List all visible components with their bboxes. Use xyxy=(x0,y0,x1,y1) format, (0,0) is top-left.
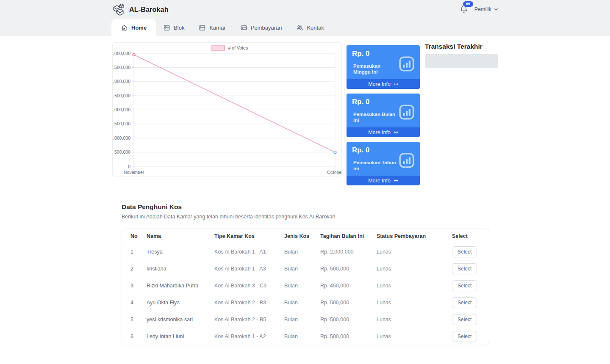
table-header-row: NoNamaTipe Kamar KosJenis KosTagihan Bul… xyxy=(122,229,489,243)
transactions-placeholder xyxy=(425,54,498,68)
cell-tipe-kamar: Kos Al Barokah 1 - A3 xyxy=(214,260,284,277)
select-button[interactable]: Select xyxy=(452,331,477,342)
select-button[interactable]: Select xyxy=(452,314,477,325)
stat-card: Rp. 0 Pemasukan Minggu ini More Info ↦ xyxy=(347,45,420,89)
svg-text:November: November xyxy=(124,170,144,175)
cell-nama: Rizki Mahardika Putra xyxy=(147,277,214,294)
cell-tipe-kamar: Kos Al Barokah 3 - C3 xyxy=(214,277,284,294)
table-row: 6 Ledy Intan Liuni Kos Al Barokah 1 - A2… xyxy=(122,328,489,345)
select-button[interactable]: Select xyxy=(452,263,477,274)
tab-label: Home xyxy=(131,25,147,31)
tab-kamar[interactable]: Kamar xyxy=(191,19,233,36)
stat-card: Rp. 0 Pemasukan Tahun ini More Info ↦ xyxy=(347,142,420,185)
stat-amount: Rp. 0 xyxy=(352,98,370,106)
more-info-button[interactable]: More Info ↦ xyxy=(347,127,420,137)
topbar: AL-Barokah 69 Pemilik HomeBlokKamarPemba… xyxy=(0,0,610,36)
penghuni-table-card: NoNamaTipe Kamar KosJenis KosTagihan Bul… xyxy=(122,229,489,345)
cell-tipe-kamar: Kos Al Barokah 2 - B3 xyxy=(214,294,284,311)
cell-tipe-kamar: Kos Al Barokah 1 - A1 xyxy=(214,243,284,261)
section-subtitle: Berikut ini Adalah Data Kamar yang telah… xyxy=(122,214,337,220)
tab-label: Pembayaran xyxy=(251,25,282,31)
cell-jenis-kos: Bulan xyxy=(284,243,320,261)
cell-nama: Tresya xyxy=(147,243,214,261)
stat-card-body: Rp. 0 Pemasukan Minggu ini xyxy=(347,45,420,79)
cell-no: 6 xyxy=(122,328,147,345)
cell-jenis-kos: Bulan xyxy=(284,328,320,345)
arrow-from-bar-icon: ↦ xyxy=(394,178,398,183)
stat-label: Pemasukan Minggu ini xyxy=(353,63,397,75)
tab-label: Kontak xyxy=(307,25,324,31)
tab-pembayaran[interactable]: Pembayaran xyxy=(233,19,289,36)
more-info-button[interactable]: More Info ↦ xyxy=(347,79,420,89)
cell-no: 4 xyxy=(122,294,147,311)
cell-nama: Ayu Okta Fiya xyxy=(147,294,214,311)
cell-status: Lunas xyxy=(377,311,452,328)
notifications-button[interactable]: 69 xyxy=(459,4,469,14)
cell-tagihan: Rp. 450,000 xyxy=(320,277,377,294)
tab-blok[interactable]: Blok xyxy=(156,19,191,36)
svg-text:4,000,000: 4,000,000 xyxy=(113,51,130,56)
more-info-label: More Info xyxy=(368,130,391,135)
credit-card-icon xyxy=(240,24,247,31)
select-button[interactable]: Select xyxy=(452,297,477,308)
stat-amount: Rp. 0 xyxy=(352,50,370,58)
cell-status: Lunas xyxy=(377,260,452,277)
cell-tipe-kamar: Kos Al Barokah 1 - A2 xyxy=(214,328,284,345)
user-name: Pemilik xyxy=(474,6,491,12)
transactions-panel: Transaksi Terakhir xyxy=(425,43,498,68)
svg-text:# of Votes: # of Votes xyxy=(228,45,248,50)
svg-text:500,000: 500,000 xyxy=(114,149,130,154)
user-dropdown[interactable]: Pemilik xyxy=(474,6,498,12)
cell-status: Lunas xyxy=(377,328,452,345)
cell-jenis-kos: Bulan xyxy=(284,260,320,277)
blocks-icon xyxy=(199,24,206,31)
cell-jenis-kos: Bulan xyxy=(284,294,320,311)
cell-tagihan: Rp. 500,000 xyxy=(320,311,377,328)
svg-text:0: 0 xyxy=(128,164,130,169)
column-header: Nama xyxy=(147,229,214,243)
user-menu: 69 Pemilik xyxy=(459,4,498,14)
column-header: Status Pembayaran xyxy=(377,229,452,243)
cell-tipe-kamar: Kos Al Barokah 2 - B5 xyxy=(214,311,284,328)
svg-text:1,500,000: 1,500,000 xyxy=(113,121,130,126)
chevron-down-icon xyxy=(494,7,498,11)
stat-amount: Rp. 0 xyxy=(352,146,370,154)
select-button[interactable]: Select xyxy=(452,246,477,257)
penghuni-section-header: Data Penghuni Kos Berikut ini Adalah Dat… xyxy=(122,203,337,220)
cell-status: Lunas xyxy=(377,243,452,261)
section-title: Data Penghuni Kos xyxy=(122,203,337,211)
nav-tabs: HomeBlokKamarPembayaranKontak xyxy=(111,19,331,36)
select-button[interactable]: Select xyxy=(452,280,477,291)
arrow-from-bar-icon: ↦ xyxy=(394,81,398,87)
laravel-logo-icon xyxy=(112,3,125,16)
svg-text:3,500,000: 3,500,000 xyxy=(113,65,130,70)
bar-chart-icon xyxy=(399,104,415,120)
stat-label: Pemasukan Tahun ini xyxy=(353,160,397,171)
cell-status: Lunas xyxy=(377,294,452,311)
column-header: Tagihan Bulan Ini xyxy=(320,229,377,243)
bar-chart-icon xyxy=(399,56,415,72)
tab-kontak[interactable]: Kontak xyxy=(289,19,331,36)
column-header: Jenis Kos xyxy=(284,229,320,243)
stat-card-body: Rp. 0 Pemasukan Bulan ini xyxy=(347,94,420,127)
table-row: 3 Rizki Mahardika Putra Kos Al Barokah 3… xyxy=(122,277,489,294)
cell-nama: Ledy Intan Liuni xyxy=(147,328,214,345)
cell-status: Lunas xyxy=(377,277,452,294)
more-info-button[interactable]: More Info ↦ xyxy=(347,176,420,185)
tab-home[interactable]: Home xyxy=(111,19,156,36)
table-row: 4 Ayu Okta Fiya Kos Al Barokah 2 - B3 Bu… xyxy=(122,294,489,311)
cell-no: 3 xyxy=(122,277,147,294)
stat-label: Pemasukan Bulan ini xyxy=(353,112,397,123)
svg-text:2,500,000: 2,500,000 xyxy=(113,93,130,98)
cell-tagihan: Rp. 500,000 xyxy=(320,294,377,311)
app-title: AL-Barokah xyxy=(129,6,169,14)
table-row: 5 yesi krismonika sari Kos Al Barokah 2 … xyxy=(122,311,489,328)
bar-chart-icon xyxy=(399,152,415,168)
transactions-title: Transaksi Terakhir xyxy=(425,43,498,50)
votes-line-chart: 0500,0001,000,0001,500,0002,000,0002,500… xyxy=(113,43,341,175)
svg-text:3,000,000: 3,000,000 xyxy=(113,79,130,84)
svg-text:2,000,000: 2,000,000 xyxy=(113,107,130,112)
blocks-icon xyxy=(163,24,170,31)
tab-label: Kamar xyxy=(209,25,225,31)
chart-card: 0500,0001,000,0001,500,0002,000,0002,500… xyxy=(112,42,342,176)
